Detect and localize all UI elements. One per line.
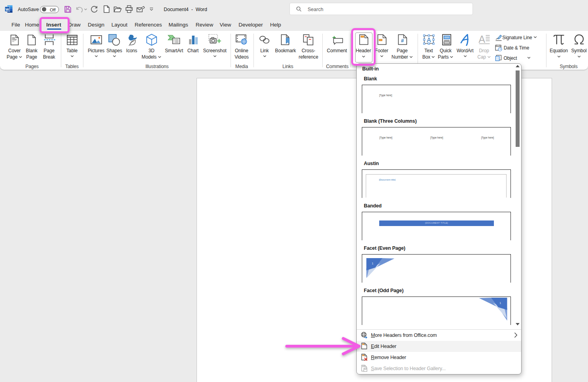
- svg-text:A: A: [478, 34, 485, 45]
- svg-text:1: 1: [499, 301, 501, 305]
- svg-text:W: W: [6, 8, 9, 11]
- svg-text:1: 1: [372, 262, 374, 265]
- svg-text:#: #: [401, 38, 404, 44]
- svg-text:A: A: [427, 37, 431, 44]
